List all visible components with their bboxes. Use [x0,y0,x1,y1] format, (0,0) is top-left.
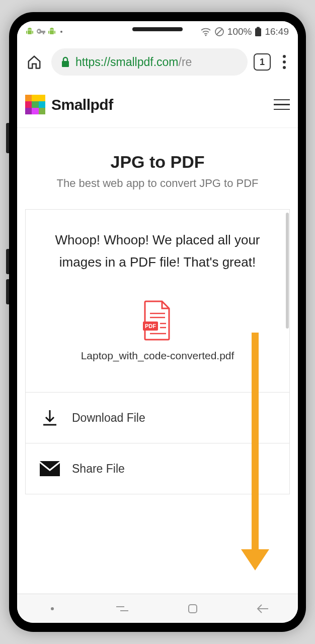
result-card: Whoop! Whoop! We placed all your images … [25,209,290,494]
nav-recents-button[interactable] [107,599,137,619]
url-text: https://smallpdf.com/re [75,55,192,69]
site-menu-button[interactable] [274,99,290,110]
download-label: Download File [72,411,145,425]
page-scrollbar[interactable] [286,213,289,329]
download-icon [40,408,60,428]
url-bar[interactable]: https://smallpdf.com/re [51,48,248,76]
system-nav-bar [17,594,298,623]
svg-rect-4 [257,27,260,29]
mail-icon [40,459,60,479]
svg-rect-5 [62,61,69,67]
brand-name: Smallpdf [51,96,113,113]
scroll-down-annotation [252,333,259,554]
svg-text:PDF: PDF [145,323,156,329]
browser-toolbar: https://smallpdf.com/re 1 [17,42,298,82]
page-title: JPG to PDF [22,152,293,172]
wifi-icon [200,27,211,36]
pdf-file-icon: PDF [141,300,174,341]
svg-rect-13 [40,461,60,476]
nav-back-button[interactable] [248,599,278,619]
nav-home-button[interactable] [178,599,208,619]
output-file-block[interactable]: PDF Laptop_with_code-converted.pdf [26,282,289,393]
download-file-button[interactable]: Download File [26,393,289,443]
home-icon [27,54,42,70]
no-data-icon [214,27,224,37]
vpn-key-icon [36,29,45,35]
output-file-name: Laptop_with_code-converted.pdf [36,350,279,362]
nav-recent-dot[interactable] [37,599,67,619]
page-subtitle: The best web app to convert JPG to PDF [22,177,293,190]
page-hero: JPG to PDF The best web app to convert J… [17,128,298,204]
site-header: Smallpdf [17,82,298,128]
share-label: Share File [72,462,125,476]
battery-icon [255,27,262,37]
android-icon [48,28,55,36]
svg-rect-3 [255,28,261,36]
browser-menu-button[interactable] [277,55,292,69]
svg-rect-14 [189,605,197,613]
share-file-button[interactable]: Share File [26,443,289,494]
site-brand[interactable]: Smallpdf [25,95,113,115]
success-message: Whoop! Whoop! We placed all your images … [42,229,273,273]
android-icon [26,28,33,36]
smallpdf-logo-icon [25,95,45,115]
battery-pct: 100% [227,26,252,37]
svg-point-0 [205,35,206,36]
browser-home-button[interactable] [23,51,45,73]
lock-icon [60,56,70,68]
tab-switcher-button[interactable]: 1 [254,53,271,71]
svg-line-2 [216,29,222,35]
status-bar: 100% 16:49 [17,21,298,42]
tab-count: 1 [260,57,265,68]
clock-time: 16:49 [265,26,289,37]
